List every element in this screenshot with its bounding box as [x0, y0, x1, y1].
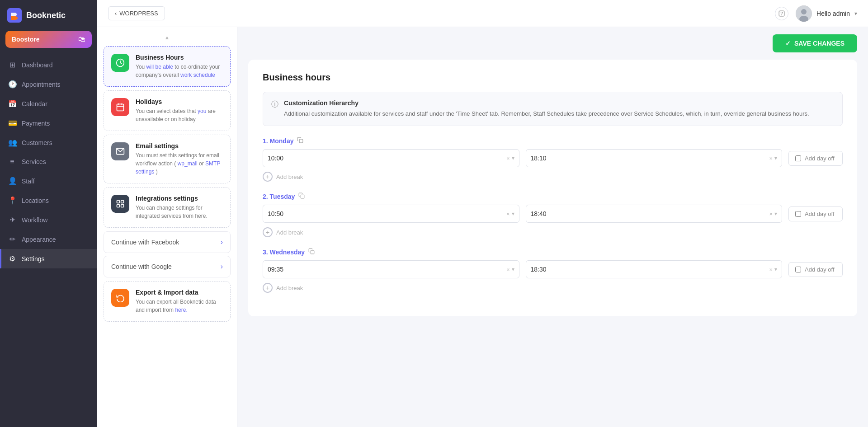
- wednesday-copy-icon[interactable]: [308, 248, 315, 256]
- monday-label: 1. Monday: [263, 137, 293, 145]
- tuesday-start-chevron[interactable]: ▾: [512, 211, 514, 217]
- wordpress-button[interactable]: ‹ WORDPRESS: [108, 6, 165, 20]
- continue-with-google-row[interactable]: Continue with Google ›: [104, 256, 231, 277]
- user-menu[interactable]: Hello admin ▾: [796, 5, 857, 22]
- google-integration-label: Continue with Google: [111, 263, 172, 270]
- tuesday-day-off-checkbox[interactable]: [795, 211, 801, 217]
- tuesday-start-wrapper[interactable]: × ▾: [263, 205, 519, 223]
- sidebar-item-calendar[interactable]: 📅 Calendar: [0, 94, 97, 113]
- sidebar-item-label: Settings: [22, 255, 45, 263]
- svg-rect-13: [121, 201, 124, 203]
- booknetic-logo-icon: [7, 8, 22, 23]
- sidebar-item-appearance[interactable]: ✏ Appearance: [0, 230, 97, 249]
- wednesday-start-clear[interactable]: ×: [506, 266, 510, 273]
- settings-card-email[interactable]: Email settings You must set this setting…: [104, 135, 231, 183]
- wednesday-end-chevron[interactable]: ▾: [774, 266, 777, 272]
- dashboard-icon: ⊞: [8, 61, 16, 69]
- wednesday-end-wrapper[interactable]: × ▾: [526, 260, 783, 278]
- wednesday-day-off[interactable]: Add day off: [788, 262, 843, 277]
- facebook-arrow-icon: ›: [221, 238, 223, 246]
- business-hours-title: Business Hours: [136, 54, 223, 61]
- sidebar-item-dashboard[interactable]: ⊞ Dashboard: [0, 55, 97, 75]
- topbar-right: Hello admin ▾: [775, 5, 857, 22]
- settings-card-export-import[interactable]: Export & Import data You can export all …: [104, 281, 231, 322]
- sidebar-item-label: Payments: [22, 120, 50, 127]
- tuesday-end-chevron[interactable]: ▾: [774, 211, 777, 217]
- sidebar-item-appointments[interactable]: 🕐 Appointments: [0, 75, 97, 94]
- sidebar-item-locations[interactable]: 📍 Locations: [0, 191, 97, 210]
- customers-icon: 👥: [8, 138, 16, 147]
- monday-day-off[interactable]: Add day off: [788, 151, 843, 166]
- tuesday-add-break-icon: +: [263, 227, 273, 237]
- monday-end-chevron[interactable]: ▾: [774, 155, 777, 161]
- sidebar-item-payments[interactable]: 💳 Payments: [0, 113, 97, 133]
- integrations-content: Integrations settings You can change set…: [136, 195, 223, 220]
- continue-with-facebook-row[interactable]: Continue with Facebook ›: [104, 231, 231, 253]
- tuesday-end-wrapper[interactable]: × ▾: [526, 205, 783, 223]
- wednesday-start-input[interactable]: [268, 266, 506, 273]
- sidebar-item-staff[interactable]: 👤 Staff: [0, 171, 97, 191]
- help-button[interactable]: [775, 7, 788, 20]
- sidebar-item-label: Locations: [22, 197, 49, 204]
- export-import-icon: [111, 289, 129, 307]
- tuesday-label: 2. Tuesday: [263, 193, 295, 200]
- tuesday-end-input[interactable]: [531, 210, 769, 217]
- monday-day-off-checkbox[interactable]: [795, 155, 801, 161]
- tuesday-start-input[interactable]: [268, 210, 506, 217]
- svg-point-2: [782, 14, 782, 15]
- tuesday-time-row: × ▾ × ▾ Add day off: [263, 205, 843, 223]
- tuesday-end-clear[interactable]: ×: [769, 211, 773, 217]
- settings-card-integrations[interactable]: Integrations settings You can change set…: [104, 187, 231, 228]
- monday-add-break[interactable]: + Add break: [263, 172, 843, 182]
- business-hours-card: Business hours ⓘ Customization Hierarchy…: [248, 60, 857, 316]
- integrations-title: Integrations settings: [136, 195, 223, 202]
- monday-end-input[interactable]: [531, 155, 769, 162]
- sidebar-item-label: Customers: [22, 139, 52, 146]
- hierarchy-title: Customization Hierarchy: [284, 99, 809, 107]
- scroll-up-indicator: ▲: [97, 33, 237, 42]
- monday-end-clear[interactable]: ×: [769, 155, 773, 162]
- email-desc: You must set this settings for email wor…: [136, 151, 223, 176]
- sidebar-item-settings[interactable]: ⚙ Settings: [0, 249, 97, 268]
- email-content: Email settings You must set this setting…: [136, 142, 223, 176]
- monday-start-wrapper[interactable]: × ▾: [263, 149, 519, 167]
- wednesday-title: 3. Wednesday: [263, 248, 843, 256]
- wednesday-day-off-checkbox[interactable]: [795, 267, 801, 272]
- export-import-desc: You can export all Booknetic data and im…: [136, 298, 223, 314]
- monday-start-input[interactable]: [268, 155, 506, 162]
- tuesday-copy-icon[interactable]: [298, 192, 305, 200]
- wednesday-add-break[interactable]: + Add break: [263, 283, 843, 293]
- tuesday-add-break-label: Add break: [276, 229, 303, 236]
- monday-copy-icon[interactable]: [297, 137, 303, 145]
- tuesday-start-clear[interactable]: ×: [506, 211, 510, 217]
- settings-card-holidays[interactable]: Holidays You can select dates that you a…: [104, 90, 231, 131]
- user-name-label: Hello admin: [816, 10, 850, 17]
- sidebar-item-services[interactable]: ≡ Services: [0, 152, 97, 171]
- sidebar-logo: Booknetic: [0, 0, 97, 31]
- integrations-desc: You can change settings for integrated s…: [136, 204, 223, 220]
- tuesday-add-break[interactable]: + Add break: [263, 227, 843, 237]
- wednesday-end-input[interactable]: [531, 266, 769, 273]
- holidays-desc: You can select dates that you are unavai…: [136, 107, 223, 123]
- wednesday-end-clear[interactable]: ×: [769, 266, 773, 273]
- svg-rect-12: [117, 201, 120, 203]
- sidebar-item-label: Calendar: [22, 100, 47, 108]
- wednesday-start-chevron[interactable]: ▾: [512, 266, 514, 272]
- payments-icon: 💳: [8, 119, 16, 127]
- sidebar-item-customers[interactable]: 👥 Customers: [0, 133, 97, 152]
- monday-add-break-icon: +: [263, 172, 273, 182]
- store-selector[interactable]: Boostore 🛍: [5, 31, 92, 48]
- monday-start-chevron[interactable]: ▾: [512, 155, 514, 161]
- monday-start-clear[interactable]: ×: [506, 155, 510, 162]
- tuesday-day-off-label: Add day off: [805, 211, 835, 217]
- tuesday-day-off[interactable]: Add day off: [788, 206, 843, 221]
- save-changes-button[interactable]: ✓ SAVE CHANGES: [773, 34, 857, 52]
- wednesday-start-wrapper[interactable]: × ▾: [263, 260, 519, 278]
- sidebar-item-workflow[interactable]: ✈ Workflow: [0, 210, 97, 230]
- google-arrow-icon: ›: [221, 263, 223, 271]
- monday-end-wrapper[interactable]: × ▾: [526, 149, 783, 167]
- bag-icon: 🛍: [78, 35, 85, 43]
- content-panel: ✓ SAVE CHANGES Business hours ⓘ Customiz…: [237, 27, 868, 427]
- active-indicator: [0, 249, 1, 268]
- settings-card-business-hours[interactable]: Business Hours You will be able to co-or…: [104, 46, 231, 87]
